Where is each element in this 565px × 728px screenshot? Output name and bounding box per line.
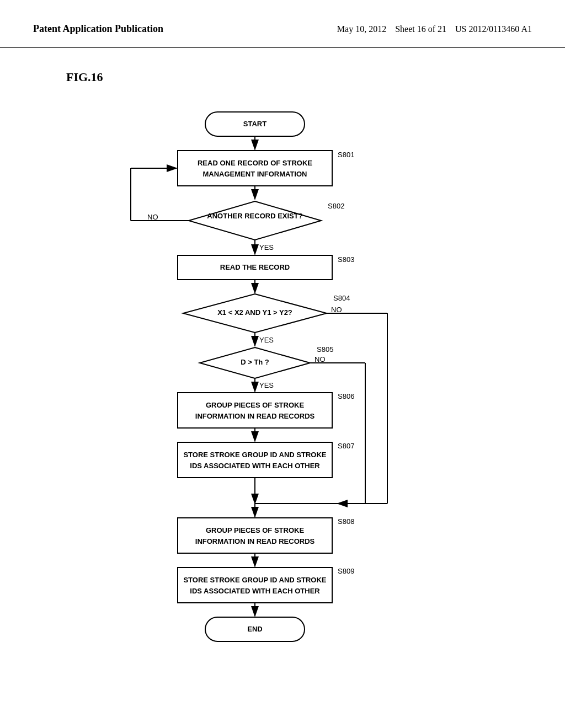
publication-label: Patent Application Publication [33, 22, 163, 36]
svg-rect-3 [178, 151, 332, 186]
s808-line1: GROUP PIECES OF STROKE [206, 526, 305, 534]
s806-line2: INFORMATION IN READ RECORDS [195, 412, 315, 420]
svg-rect-26 [178, 518, 332, 553]
end-node: END [247, 625, 262, 633]
s803-text: READ THE RECORD [220, 263, 290, 271]
s801-line1: READ ONE RECORD OF STROKE [198, 159, 312, 167]
figure-label: FIG.16 [66, 70, 103, 84]
s801-line2: MANAGEMENT INFORMATION [203, 170, 307, 178]
s801-label: S801 [338, 151, 354, 159]
s802-text: ANOTHER RECORD EXIST? [207, 212, 302, 220]
page-header: Patent Application Publication May 10, 2… [0, 0, 565, 48]
header-info: May 10, 2012 Sheet 16 of 21 US 2012/0113… [337, 22, 532, 36]
s803-label: S803 [338, 255, 354, 264]
header-patent: US 2012/0113460 A1 [455, 24, 532, 34]
s809-line2: IDS ASSOCIATED WITH EACH OTHER [190, 587, 320, 595]
s807-line2: IDS ASSOCIATED WITH EACH OTHER [190, 462, 320, 470]
s809-label: S809 [338, 567, 354, 575]
s805-no: NO [315, 355, 326, 363]
s805-text: D > Th ? [241, 358, 269, 366]
s804-text: X1 < X2 AND Y1 > Y2? [217, 308, 292, 317]
s806-label: S806 [338, 392, 354, 400]
s804-yes: YES [259, 336, 274, 344]
s804-no: NO [331, 306, 342, 314]
s802-no: NO [147, 213, 158, 221]
svg-rect-16 [178, 442, 332, 478]
s805-yes: YES [259, 381, 274, 389]
svg-rect-28 [178, 568, 332, 603]
svg-rect-14 [178, 393, 332, 428]
s805-label: S805 [317, 345, 333, 354]
svg-marker-6 [189, 201, 321, 240]
s809-line1: STORE STROKE GROUP ID AND STROKE [183, 576, 326, 584]
flowchart-svg: START READ ONE RECORD OF STROKE MANAGEME… [45, 101, 520, 708]
s808-line2: INFORMATION IN READ RECORDS [195, 537, 315, 545]
header-sheet: Sheet 16 of 21 [395, 24, 446, 34]
s807-label: S807 [338, 442, 354, 450]
s806-line1: GROUP PIECES OF STROKE [206, 401, 305, 409]
header-date: May 10, 2012 [337, 24, 386, 34]
s802-label: S802 [328, 202, 344, 210]
s802-yes: YES [259, 243, 274, 251]
s808-label: S808 [338, 517, 354, 526]
diagram-area: FIG.16 START READ ONE RECORD OF STROKE M… [0, 48, 565, 728]
flowchart: START READ ONE RECORD OF STROKE MANAGEME… [45, 101, 520, 710]
start-node: START [243, 120, 266, 128]
s804-label: S804 [333, 294, 350, 302]
s807-line1: STORE STROKE GROUP ID AND STROKE [183, 451, 326, 459]
